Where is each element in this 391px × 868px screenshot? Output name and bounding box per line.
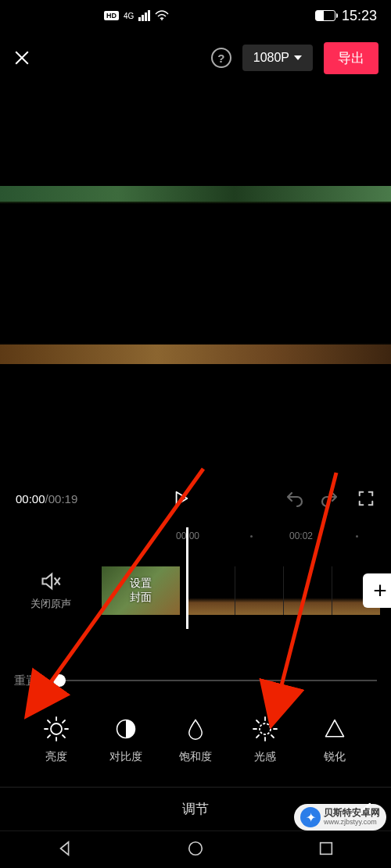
svg-line-10 <box>63 720 65 723</box>
tool-contrast[interactable]: 对比度 <box>95 716 157 764</box>
svg-line-9 <box>63 735 65 738</box>
nav-recent-button[interactable] <box>317 840 335 860</box>
tool-exposure[interactable]: 光感 <box>234 716 296 764</box>
watermark-url: www.zjbstyy.com <box>324 819 380 827</box>
svg-line-8 <box>48 720 50 723</box>
redo-button[interactable] <box>321 489 339 508</box>
timeline-track[interactable]: 关闭原声 设置 封面 + <box>0 555 391 626</box>
svg-rect-23 <box>320 842 332 854</box>
clock: 15:23 <box>342 8 377 24</box>
exposure-icon <box>252 716 278 742</box>
wifi-icon <box>155 10 169 21</box>
fullscreen-button[interactable] <box>357 489 375 508</box>
adjust-panel: 重置 亮度 对比度 饱和度 光感 <box>0 665 391 764</box>
signal-icon <box>138 10 150 21</box>
tool-label: 锐化 <box>324 750 346 764</box>
status-bar: HD 4G 41 15:23 <box>0 0 391 31</box>
svg-line-19 <box>271 735 274 738</box>
resolution-label: 1080P <box>253 51 289 65</box>
network-indicator: 4G <box>124 12 134 20</box>
chevron-down-icon <box>294 55 302 60</box>
resolution-dropdown[interactable]: 1080P <box>242 45 313 71</box>
ruler-dot <box>250 535 253 538</box>
mute-toggle[interactable]: 关闭原声 <box>0 570 102 611</box>
speaker-icon <box>40 570 62 592</box>
ruler-dot <box>356 535 358 538</box>
brightness-icon <box>43 716 70 742</box>
help-button[interactable]: ? <box>211 48 231 68</box>
svg-point-13 <box>260 723 271 734</box>
nav-back-button[interactable] <box>56 840 74 860</box>
reset-button[interactable]: 重置 <box>14 673 38 688</box>
add-clip-button[interactable]: + <box>363 573 391 608</box>
adjust-slider[interactable] <box>53 680 377 681</box>
tool-label: 饱和度 <box>179 750 212 764</box>
export-button[interactable]: 导出 <box>324 42 378 74</box>
tool-label: 对比度 <box>109 750 142 764</box>
play-button[interactable] <box>172 489 191 508</box>
android-nav-bar <box>0 830 391 868</box>
battery-icon: 41 <box>315 10 335 21</box>
undo-button[interactable] <box>285 489 303 508</box>
panel-title: 调节 <box>182 800 209 818</box>
nav-home-button[interactable] <box>187 840 204 860</box>
tool-brightness[interactable]: 亮度 <box>25 716 88 764</box>
contrast-icon <box>113 716 139 742</box>
set-cover-button[interactable]: 设置 封面 <box>102 566 180 615</box>
time-display: 00:00/00:19 <box>16 492 77 505</box>
svg-point-3 <box>51 723 62 734</box>
close-button[interactable] <box>13 48 31 67</box>
playhead[interactable] <box>186 527 188 629</box>
video-preview[interactable] <box>0 92 391 377</box>
cover-label: 设置 封面 <box>130 577 152 605</box>
watermark: ✦ 贝斯特安卓网 www.zjbstyy.com <box>294 804 386 830</box>
ruler-time-2: 00:02 <box>289 530 313 541</box>
top-bar: ? 1080P 导出 <box>0 31 391 84</box>
svg-line-20 <box>271 720 274 723</box>
timeline-ruler[interactable]: 00:00 00:02 <box>0 524 391 548</box>
watermark-icon: ✦ <box>300 807 321 827</box>
mute-label: 关闭原声 <box>30 597 71 611</box>
clips-track[interactable] <box>186 566 391 615</box>
clip-thumbnail[interactable] <box>283 566 332 615</box>
tool-label: 光感 <box>254 750 276 764</box>
svg-line-11 <box>48 735 50 738</box>
svg-point-0 <box>161 19 163 20</box>
slider-handle[interactable] <box>53 674 66 687</box>
watermark-name: 贝斯特安卓网 <box>324 808 380 818</box>
tool-saturation[interactable]: 饱和度 <box>164 716 227 764</box>
clip-thumbnail[interactable] <box>186 566 235 615</box>
tool-sharpen[interactable]: 锐化 <box>303 716 366 764</box>
clip-thumbnail[interactable] <box>235 566 283 615</box>
svg-point-22 <box>189 841 203 855</box>
svg-line-18 <box>256 720 259 723</box>
tool-label: 亮度 <box>45 750 67 764</box>
sharpen-icon <box>321 716 348 742</box>
playback-controls: 00:00/00:19 <box>0 479 391 518</box>
saturation-icon <box>182 716 209 742</box>
hd-badge: HD <box>104 11 119 20</box>
svg-line-21 <box>256 735 259 738</box>
